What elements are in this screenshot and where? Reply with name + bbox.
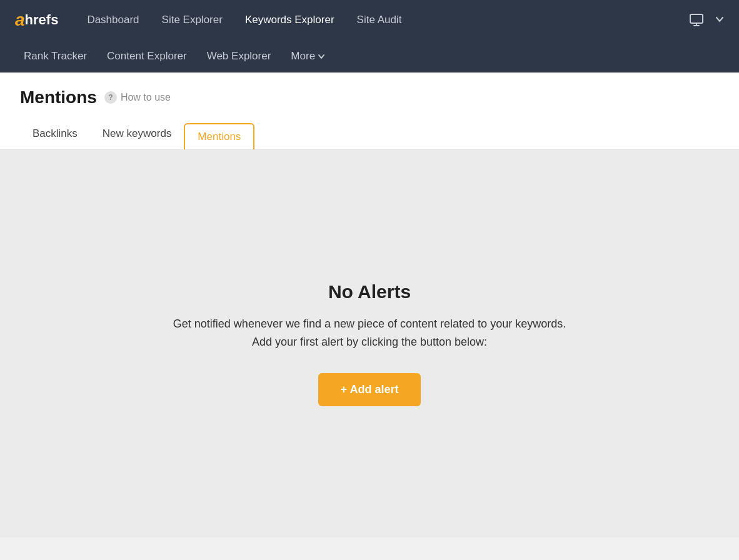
logo[interactable]: ahrefs — [15, 10, 58, 30]
no-alerts-title: No Alerts — [328, 281, 411, 302]
add-alert-button[interactable]: + Add alert — [318, 373, 421, 406]
tab-new-keywords[interactable]: New keywords — [90, 120, 184, 149]
nav-item-rank-tracker[interactable]: Rank Tracker — [15, 45, 96, 68]
svg-rect-0 — [690, 14, 703, 23]
nav-chevron-down-icon[interactable] — [715, 15, 724, 26]
page-title: Mentions — [20, 88, 97, 108]
tabs: Backlinks New keywords Mentions — [20, 120, 719, 149]
how-to-use-label: How to use — [121, 92, 171, 103]
nav-item-keywords-explorer[interactable]: Keywords Explorer — [236, 9, 343, 31]
navbar: ahrefs Dashboard Site Explorer Keywords … — [0, 0, 739, 72]
no-alerts-desc-line2: Add your first alert by clicking the but… — [252, 336, 487, 348]
nav-icons — [685, 9, 724, 31]
logo-a: a — [15, 10, 25, 30]
no-alerts-desc-line1: Get notified whenever we find a new piec… — [173, 318, 566, 330]
page-title-row: Mentions ? How to use — [20, 88, 719, 108]
nav-item-site-audit[interactable]: Site Audit — [348, 9, 411, 31]
monitor-icon — [689, 12, 704, 28]
navbar-bottom: Rank Tracker Content Explorer Web Explor… — [15, 40, 724, 72]
nav-item-web-explorer[interactable]: Web Explorer — [198, 45, 280, 68]
more-chevron-icon — [318, 52, 325, 60]
page-header: Mentions ? How to use Backlinks New keyw… — [0, 72, 739, 150]
logo-hrefs: hrefs — [25, 12, 59, 28]
main-content: No Alerts Get notified whenever we find … — [0, 150, 739, 538]
nav-more-label: More — [291, 50, 315, 62]
navbar-top: ahrefs Dashboard Site Explorer Keywords … — [15, 0, 724, 40]
tab-backlinks[interactable]: Backlinks — [20, 120, 90, 149]
nav-item-content-explorer[interactable]: Content Explorer — [98, 45, 196, 68]
tab-mentions[interactable]: Mentions — [184, 123, 254, 149]
how-to-use-link[interactable]: ? How to use — [104, 91, 171, 104]
monitor-icon-btn[interactable] — [685, 9, 708, 31]
nav-item-site-explorer[interactable]: Site Explorer — [153, 9, 231, 31]
nav-item-dashboard[interactable]: Dashboard — [78, 9, 148, 31]
question-icon: ? — [104, 91, 117, 104]
nav-item-more[interactable]: More — [282, 45, 334, 68]
no-alerts-description: Get notified whenever we find a new piec… — [173, 315, 566, 351]
